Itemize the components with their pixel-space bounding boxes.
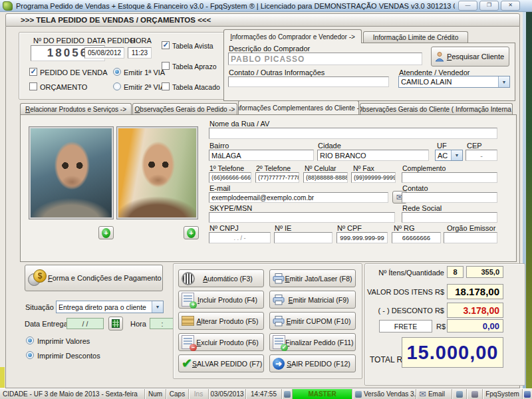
tel1-label: 1º Telefone	[209, 164, 244, 172]
rg-field[interactable]: 66666666	[392, 232, 441, 243]
fax-field[interactable]: (99)99999-9999	[351, 172, 396, 183]
automatico-button[interactable]: Automático (F3)	[178, 269, 264, 287]
orgao-emissor-field[interactable]	[444, 232, 497, 243]
salvar-pedido-button[interactable]: ✔ SALVAR PEDIDO (F7)	[178, 354, 264, 372]
hora-entrega-field[interactable]: :	[150, 318, 175, 329]
emitir-jato-laser-button[interactable]: Emitir Jato/Laser (F8)	[269, 269, 356, 287]
total-box: 15.000,00	[402, 337, 503, 368]
status-brand: FpqSystem	[483, 389, 523, 399]
order-time-field[interactable]: 11:23	[128, 47, 152, 59]
sair-pedido-button[interactable]: ➜ SAIR PEDIDO (F12)	[269, 354, 356, 372]
window-title: Programa Pedido de Vendas + Estoque & Fi…	[16, 2, 455, 10]
maximize-icon[interactable]: ❐	[479, 1, 499, 11]
valor-itens-box: 18.178,00	[447, 284, 503, 299]
tab-limite-credito[interactable]: Informação Limite de Crédito	[363, 31, 468, 43]
rg-label: Nº RG	[394, 224, 415, 232]
finalizar-pedido-button[interactable]: Finalizar Pedido (F11)	[269, 333, 356, 351]
chevron-down-icon[interactable]: ▼	[152, 301, 163, 313]
document-add-icon	[182, 293, 194, 307]
incluir-produto-button[interactable]: Incluir Produto (F4)	[178, 291, 264, 309]
tel2-field[interactable]: (77)77777-7778	[255, 172, 299, 183]
situacao-label: Situação	[25, 303, 54, 311]
email-field[interactable]: exemplodeemail@exemplo.com.br	[209, 192, 388, 203]
celular-label: Nº Celular	[305, 164, 336, 172]
tab-comprador-vendedor[interactable]: Informações do Comprador e Vendedor ->	[223, 29, 362, 43]
status-master-badge: MASTER	[293, 389, 352, 399]
add-photo-1-button[interactable]: +	[98, 226, 114, 239]
alterar-produto-button[interactable]: Alterar Produto (F5)	[178, 312, 264, 330]
app-status-icon	[523, 389, 532, 399]
frete-button[interactable]: FRETE	[379, 320, 432, 332]
tab-observacoes-pedido[interactable]: Observações Gerais do Pedido ->	[132, 103, 237, 114]
order-time-label: HORA	[130, 37, 152, 45]
status-time: 14:47:55	[246, 389, 282, 399]
monitor-icon	[355, 391, 362, 398]
descricao-comprador-field[interactable]: PABLO PICASSO	[228, 53, 422, 65]
desktop-background-notch	[0, 367, 5, 388]
rua-label: Nome da Rua / AV	[209, 120, 269, 128]
contato-field[interactable]	[402, 192, 497, 203]
order-date-field[interactable]: 05/08/2012	[84, 47, 124, 59]
title-bar: Programa Pedido de Vendas + Estoque & Fi…	[0, 0, 532, 12]
atendente-combobox[interactable]: CAMILO ALAIN ▼	[398, 76, 510, 88]
excluir-produto-label: Excluir Produto (F6)	[194, 338, 261, 346]
tabela-avista-checkbox[interactable]	[162, 41, 170, 49]
complemento-field[interactable]	[402, 172, 497, 183]
data-entrega-field[interactable]: / /	[66, 318, 104, 329]
chevron-down-icon[interactable]: ▼	[498, 76, 509, 87]
valor-itens-label: VALOR DOS ITENS R$	[359, 288, 444, 296]
cidade-label: Cidade	[318, 142, 341, 150]
chevron-down-icon[interactable]: ▼	[451, 150, 462, 160]
emitir-2via-radio[interactable]	[113, 82, 121, 90]
arrow-right-icon: ➜	[273, 358, 285, 370]
situacao-combobox[interactable]: Entrega direto para o cliente ▼	[56, 301, 164, 313]
contato-outras-field[interactable]	[228, 76, 389, 87]
pesquisar-cliente-button[interactable]: Pesquisar Cliente	[431, 47, 509, 66]
minimize-icon[interactable]: —	[458, 1, 477, 11]
status-email[interactable]: ✉Email	[416, 389, 452, 399]
printer-icon	[273, 273, 285, 284]
skype-field[interactable]	[209, 212, 395, 223]
excluir-produto-button[interactable]: Excluir Produto (F6)	[178, 333, 264, 351]
tabela-atacado-checkbox[interactable]	[162, 82, 170, 90]
tabela-aprazo-checkbox[interactable]	[162, 62, 170, 70]
client-photo-2	[116, 126, 198, 219]
rede-social-field[interactable]	[402, 212, 497, 223]
bairro-field[interactable]: MáLAGA	[209, 150, 314, 161]
forma-pagamento-button[interactable]: Forma e Condições de Pagamento	[25, 265, 163, 291]
person-icon	[434, 51, 445, 62]
uf-combobox[interactable]: AC ▼	[435, 150, 463, 161]
calendar-button[interactable]	[108, 317, 123, 331]
celular-field[interactable]: (88)88888-8888	[303, 172, 348, 183]
ie-field[interactable]	[274, 232, 332, 243]
descricao-comprador-label: Descrição do Comprador	[229, 45, 310, 53]
imprimir-descontos-radio[interactable]	[26, 351, 34, 359]
close-icon[interactable]: ✕	[501, 1, 520, 11]
tel1-field[interactable]: (66)66666-6666	[209, 172, 251, 183]
cpf-field[interactable]: 999.999.999-99	[336, 232, 388, 243]
printer-icon	[273, 295, 285, 305]
tab-relacionar-produtos[interactable]: Relacionar Produtos e Serviços ->	[20, 103, 132, 114]
tab-info-complementares[interactable]: Informações Complementares do Cliente ->	[238, 100, 359, 114]
add-photo-2-button[interactable]: +	[184, 226, 199, 239]
sales-order-app: { "window": { "title": "Programa Pedido …	[0, 0, 532, 399]
printer-icon	[273, 316, 285, 327]
pedido-venda-label: PEDIDO DE VENDA	[40, 68, 107, 76]
envelope-icon: ✉	[419, 390, 426, 398]
cidade-field[interactable]: RIO BRANCO	[317, 150, 429, 161]
emitir-1via-radio[interactable]	[113, 68, 121, 76]
tab-observacoes-cliente[interactable]: Observações Gerais do Cliente ( Informaç…	[360, 103, 513, 114]
uf-value: AC	[438, 152, 448, 160]
rua-field[interactable]	[209, 128, 497, 139]
emitir-matricial-button[interactable]: Emitir Matricial (F9)	[269, 291, 356, 309]
imprimir-valores-radio[interactable]	[26, 336, 34, 344]
emitir-cupom-button[interactable]: Emitir CUPOM (F10)	[269, 312, 356, 330]
cep-field[interactable]: -	[466, 150, 497, 161]
emitir-1via-label: Emitir 1ª VIA	[124, 68, 165, 76]
cnpj-field[interactable]: . . / -	[209, 232, 271, 243]
status-version: Versão Vendas 3.0	[352, 389, 416, 399]
pedido-venda-checkbox[interactable]	[29, 68, 37, 76]
status-caps: Caps	[166, 389, 189, 399]
bairro-label: Bairro	[209, 142, 229, 150]
orcamento-checkbox[interactable]	[29, 82, 37, 90]
